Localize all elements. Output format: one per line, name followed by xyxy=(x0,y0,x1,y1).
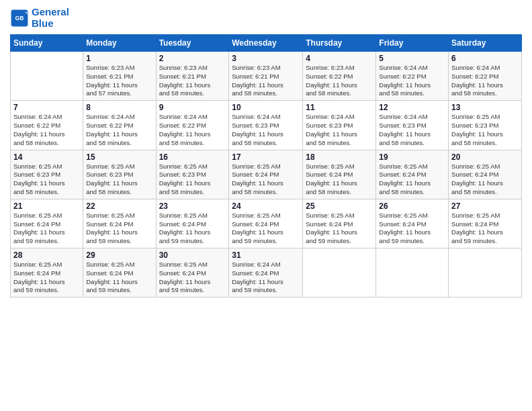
day-info: Sunrise: 6:25 AM Sunset: 6:23 PM Dayligh… xyxy=(13,163,80,197)
calendar-cell: 21Sunrise: 6:25 AM Sunset: 6:24 PM Dayli… xyxy=(11,199,83,248)
day-number: 25 xyxy=(306,201,373,211)
day-number: 3 xyxy=(232,54,300,63)
day-info: Sunrise: 6:23 AM Sunset: 6:21 PM Dayligh… xyxy=(86,64,152,98)
day-number: 6 xyxy=(451,54,519,63)
day-number: 20 xyxy=(451,152,519,162)
day-info: Sunrise: 6:25 AM Sunset: 6:23 PM Dayligh… xyxy=(86,163,152,197)
calendar-cell: 8Sunrise: 6:24 AM Sunset: 6:22 PM Daylig… xyxy=(83,101,156,150)
header-row: SundayMondayTuesdayWednesdayThursdayFrid… xyxy=(11,35,522,52)
calendar-cell: 13Sunrise: 6:25 AM Sunset: 6:23 PM Dayli… xyxy=(449,101,522,150)
calendar-cell: 14Sunrise: 6:25 AM Sunset: 6:23 PM Dayli… xyxy=(11,150,83,199)
day-info: Sunrise: 6:25 AM Sunset: 6:24 PM Dayligh… xyxy=(451,212,519,246)
calendar-cell: 17Sunrise: 6:25 AM Sunset: 6:24 PM Dayli… xyxy=(229,150,303,199)
week-row-0: 1Sunrise: 6:23 AM Sunset: 6:21 PM Daylig… xyxy=(11,52,522,101)
calendar-cell: 27Sunrise: 6:25 AM Sunset: 6:24 PM Dayli… xyxy=(449,199,522,248)
day-number: 31 xyxy=(232,250,300,260)
calendar-cell: 18Sunrise: 6:25 AM Sunset: 6:24 PM Dayli… xyxy=(303,150,376,199)
day-number: 28 xyxy=(13,250,80,260)
day-info: Sunrise: 6:25 AM Sunset: 6:24 PM Dayligh… xyxy=(379,212,445,246)
week-row-3: 21Sunrise: 6:25 AM Sunset: 6:24 PM Dayli… xyxy=(11,199,522,248)
logo-text: General Blue xyxy=(32,7,69,29)
day-number: 13 xyxy=(451,103,519,112)
logo: GB General Blue xyxy=(10,7,69,29)
calendar-cell: 2Sunrise: 6:23 AM Sunset: 6:21 PM Daylig… xyxy=(156,52,229,101)
col-header-friday: Friday xyxy=(376,35,449,52)
day-info: Sunrise: 6:25 AM Sunset: 6:24 PM Dayligh… xyxy=(86,261,152,295)
day-number: 18 xyxy=(306,152,373,162)
day-info: Sunrise: 6:25 AM Sunset: 6:24 PM Dayligh… xyxy=(379,163,445,197)
day-info: Sunrise: 6:25 AM Sunset: 6:24 PM Dayligh… xyxy=(13,212,80,246)
day-number: 17 xyxy=(232,152,300,162)
calendar-cell: 26Sunrise: 6:25 AM Sunset: 6:24 PM Dayli… xyxy=(376,199,449,248)
day-info: Sunrise: 6:23 AM Sunset: 6:21 PM Dayligh… xyxy=(232,64,300,98)
day-info: Sunrise: 6:24 AM Sunset: 6:22 PM Dayligh… xyxy=(13,113,80,147)
calendar-cell: 5Sunrise: 6:24 AM Sunset: 6:22 PM Daylig… xyxy=(376,52,449,101)
day-info: Sunrise: 6:25 AM Sunset: 6:24 PM Dayligh… xyxy=(13,261,80,295)
day-info: Sunrise: 6:24 AM Sunset: 6:23 PM Dayligh… xyxy=(232,113,300,147)
day-number: 21 xyxy=(13,201,80,211)
svg-text:GB: GB xyxy=(15,15,24,21)
col-header-wednesday: Wednesday xyxy=(229,35,303,52)
day-number: 9 xyxy=(159,103,226,112)
logo-blue: Blue xyxy=(32,17,54,29)
day-number: 15 xyxy=(86,152,152,162)
day-number: 16 xyxy=(159,152,226,162)
calendar-cell: 28Sunrise: 6:25 AM Sunset: 6:24 PM Dayli… xyxy=(11,248,83,298)
calendar-cell: 4Sunrise: 6:23 AM Sunset: 6:22 PM Daylig… xyxy=(303,52,376,101)
day-info: Sunrise: 6:25 AM Sunset: 6:24 PM Dayligh… xyxy=(232,212,300,246)
calendar-cell: 24Sunrise: 6:25 AM Sunset: 6:24 PM Dayli… xyxy=(229,199,303,248)
day-info: Sunrise: 6:25 AM Sunset: 6:24 PM Dayligh… xyxy=(306,212,373,246)
day-info: Sunrise: 6:24 AM Sunset: 6:24 PM Dayligh… xyxy=(232,261,300,295)
calendar-cell: 9Sunrise: 6:24 AM Sunset: 6:22 PM Daylig… xyxy=(156,101,229,150)
day-number: 8 xyxy=(86,103,152,112)
day-number: 26 xyxy=(379,201,445,211)
week-row-2: 14Sunrise: 6:25 AM Sunset: 6:23 PM Dayli… xyxy=(11,150,522,199)
day-info: Sunrise: 6:24 AM Sunset: 6:22 PM Dayligh… xyxy=(379,64,445,98)
calendar-cell: 11Sunrise: 6:24 AM Sunset: 6:23 PM Dayli… xyxy=(303,101,376,150)
day-number: 7 xyxy=(13,103,80,112)
page-container: GB General Blue SundayMondayTuesdayWedne… xyxy=(0,0,532,304)
day-info: Sunrise: 6:25 AM Sunset: 6:24 PM Dayligh… xyxy=(232,163,300,197)
calendar-cell xyxy=(376,248,449,298)
calendar-cell: 6Sunrise: 6:24 AM Sunset: 6:22 PM Daylig… xyxy=(449,52,522,101)
day-number: 30 xyxy=(159,250,226,260)
calendar-cell: 3Sunrise: 6:23 AM Sunset: 6:21 PM Daylig… xyxy=(229,52,303,101)
day-number: 11 xyxy=(306,103,373,112)
day-number: 23 xyxy=(159,201,226,211)
week-row-4: 28Sunrise: 6:25 AM Sunset: 6:24 PM Dayli… xyxy=(11,248,522,298)
calendar-cell: 23Sunrise: 6:25 AM Sunset: 6:24 PM Dayli… xyxy=(156,199,229,248)
day-info: Sunrise: 6:24 AM Sunset: 6:22 PM Dayligh… xyxy=(451,64,519,98)
day-info: Sunrise: 6:25 AM Sunset: 6:24 PM Dayligh… xyxy=(159,212,226,246)
header: GB General Blue xyxy=(10,7,522,29)
calendar-cell xyxy=(449,248,522,298)
day-number: 14 xyxy=(13,152,80,162)
col-header-tuesday: Tuesday xyxy=(156,35,229,52)
calendar-cell: 16Sunrise: 6:25 AM Sunset: 6:23 PM Dayli… xyxy=(156,150,229,199)
calendar-cell: 30Sunrise: 6:25 AM Sunset: 6:24 PM Dayli… xyxy=(156,248,229,298)
calendar-cell: 15Sunrise: 6:25 AM Sunset: 6:23 PM Dayli… xyxy=(83,150,156,199)
calendar-cell: 12Sunrise: 6:24 AM Sunset: 6:23 PM Dayli… xyxy=(376,101,449,150)
day-number: 19 xyxy=(379,152,445,162)
day-number: 1 xyxy=(86,54,152,63)
day-number: 12 xyxy=(379,103,445,112)
logo-icon: GB xyxy=(10,9,29,28)
calendar-cell: 10Sunrise: 6:24 AM Sunset: 6:23 PM Dayli… xyxy=(229,101,303,150)
day-info: Sunrise: 6:23 AM Sunset: 6:22 PM Dayligh… xyxy=(306,64,373,98)
day-number: 27 xyxy=(451,201,519,211)
calendar-cell: 22Sunrise: 6:25 AM Sunset: 6:24 PM Dayli… xyxy=(83,199,156,248)
calendar-cell: 25Sunrise: 6:25 AM Sunset: 6:24 PM Dayli… xyxy=(303,199,376,248)
col-header-saturday: Saturday xyxy=(449,35,522,52)
day-number: 2 xyxy=(159,54,226,63)
day-info: Sunrise: 6:24 AM Sunset: 6:22 PM Dayligh… xyxy=(86,113,152,147)
day-info: Sunrise: 6:24 AM Sunset: 6:23 PM Dayligh… xyxy=(306,113,373,147)
col-header-thursday: Thursday xyxy=(303,35,376,52)
calendar-table: SundayMondayTuesdayWednesdayThursdayFrid… xyxy=(10,34,522,298)
day-info: Sunrise: 6:24 AM Sunset: 6:23 PM Dayligh… xyxy=(379,113,445,147)
day-info: Sunrise: 6:25 AM Sunset: 6:24 PM Dayligh… xyxy=(86,212,152,246)
day-number: 5 xyxy=(379,54,445,63)
day-info: Sunrise: 6:25 AM Sunset: 6:23 PM Dayligh… xyxy=(159,163,226,197)
week-row-1: 7Sunrise: 6:24 AM Sunset: 6:22 PM Daylig… xyxy=(11,101,522,150)
calendar-cell: 1Sunrise: 6:23 AM Sunset: 6:21 PM Daylig… xyxy=(83,52,156,101)
calendar-cell xyxy=(11,52,83,101)
day-number: 10 xyxy=(232,103,300,112)
